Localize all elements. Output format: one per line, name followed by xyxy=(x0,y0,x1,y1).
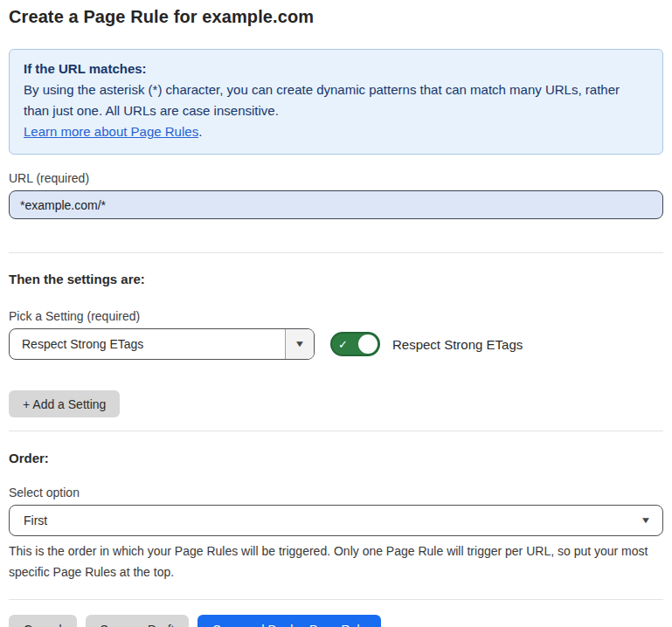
setting-toggle[interactable]: ✓ xyxy=(330,332,380,356)
pick-setting-label: Pick a Setting (required) xyxy=(9,309,663,323)
settings-section-heading: Then the settings are: xyxy=(9,272,663,286)
divider xyxy=(9,431,663,431)
info-box-heading: If the URL matches: xyxy=(24,59,648,79)
url-match-info-box: If the URL matches: By using the asteris… xyxy=(9,49,663,155)
learn-more-link[interactable]: Learn more about Page Rules xyxy=(24,124,198,139)
check-icon: ✓ xyxy=(338,339,348,350)
info-box-link-line: Learn more about Page Rules. xyxy=(24,121,648,142)
link-period: . xyxy=(198,124,202,139)
page-title: Create a Page Rule for example.com xyxy=(9,7,663,27)
setting-select-value: Respect Strong ETags xyxy=(10,329,285,359)
chevron-down-icon: ▼ xyxy=(294,340,306,348)
footer-button-row: Cancel Save as Draft Save and Deploy Pag… xyxy=(9,615,663,627)
order-help-text: This is the order in which your Page Rul… xyxy=(9,541,663,582)
order-select[interactable]: First ▼ xyxy=(9,505,663,536)
add-setting-button[interactable]: + Add a Setting xyxy=(9,390,120,417)
setting-select-arrow-button[interactable]: ▼ xyxy=(285,329,314,359)
setting-select[interactable]: Respect Strong ETags ▼ xyxy=(9,328,315,360)
toggle-knob xyxy=(358,334,378,354)
order-section-heading: Order: xyxy=(9,451,663,465)
divider xyxy=(9,252,663,253)
url-field-label: URL (required) xyxy=(9,171,663,185)
info-box-body: By using the asterisk (*) character, you… xyxy=(24,79,648,121)
url-input[interactable] xyxy=(9,190,663,219)
create-page-rule-form: Create a Page Rule for example.com If th… xyxy=(0,0,672,627)
setting-row: Respect Strong ETags ▼ ✓ Respect Strong … xyxy=(9,328,663,360)
order-select-label: Select option xyxy=(9,486,663,500)
divider xyxy=(9,599,663,600)
save-and-deploy-button[interactable]: Save and Deploy Page Rule xyxy=(197,615,381,627)
setting-toggle-label: Respect Strong ETags xyxy=(392,337,523,352)
order-select-value: First xyxy=(24,513,641,527)
save-as-draft-button[interactable]: Save as Draft xyxy=(86,615,190,627)
chevron-down-icon: ▼ xyxy=(641,516,652,525)
cancel-button[interactable]: Cancel xyxy=(9,615,77,627)
